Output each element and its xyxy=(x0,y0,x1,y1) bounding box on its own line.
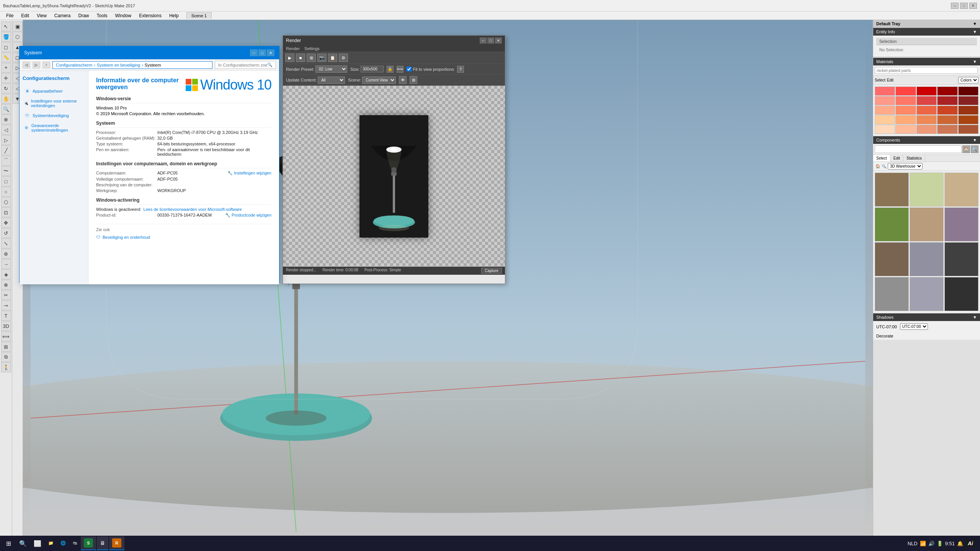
breadcrumb-sys-sec[interactable]: Systeem en beveiliging xyxy=(97,63,140,67)
tool-3dtext[interactable]: 3D xyxy=(1,321,11,331)
fit-to-view-checkbox[interactable] xyxy=(407,67,412,72)
change-settings-link[interactable]: 🔧 Instellingen wijzigen xyxy=(227,171,271,176)
start-button[interactable]: ⊞ xyxy=(2,536,15,550)
color-swatch-0[interactable] xyxy=(875,86,895,96)
color-swatch-21[interactable] xyxy=(895,125,916,134)
scene-select[interactable]: Current View xyxy=(362,77,396,84)
comp-item-9[interactable] xyxy=(875,277,909,311)
tool-freehand[interactable]: 〜 xyxy=(1,166,11,176)
comp-home-btn[interactable]: 🏠 xyxy=(962,145,970,153)
tool-intersect[interactable]: ⊗ xyxy=(1,280,11,290)
render-close[interactable]: ✕ xyxy=(495,37,502,44)
color-swatch-9[interactable] xyxy=(958,96,978,105)
dialog-close[interactable]: ✕ xyxy=(267,49,274,56)
tool-circle[interactable]: ○ xyxy=(1,187,11,197)
color-swatch-3[interactable] xyxy=(937,86,957,96)
product-code-link[interactable]: 🔧 Productcode wijzigen xyxy=(225,213,271,218)
components-title-bar[interactable]: Components ▼ xyxy=(873,136,980,144)
comp-tab-select[interactable]: Select xyxy=(873,155,890,161)
menu-edit[interactable]: Edit xyxy=(18,12,32,19)
tool-arc[interactable]: ⌒ xyxy=(1,156,11,166)
menu-window[interactable]: Window xyxy=(112,12,135,19)
taskbar-systeem[interactable]: 🖥 xyxy=(97,536,108,550)
shadows-title-bar[interactable]: Shadows ▼ xyxy=(873,313,980,321)
tool-zoom[interactable]: 🔍 xyxy=(1,104,11,114)
components-toggle[interactable]: ▼ xyxy=(973,138,977,142)
tool-eraser[interactable]: ◻ xyxy=(1,42,11,52)
tool-text[interactable]: T xyxy=(1,311,11,321)
render-menu-settings[interactable]: Settings xyxy=(304,46,320,51)
nav-forward[interactable]: ▷ xyxy=(33,62,40,68)
taskbar-render[interactable]: R xyxy=(109,536,124,550)
color-swatch-16[interactable] xyxy=(895,115,916,124)
comp-tab-edit[interactable]: Edit xyxy=(890,155,903,161)
render-view-btn[interactable]: 👁 xyxy=(399,76,407,84)
tool-rectangle[interactable]: □ xyxy=(1,176,11,186)
lock-ratio-btn[interactable]: 🔒 xyxy=(387,66,394,73)
tool-orbit[interactable]: ↻ xyxy=(1,83,11,93)
menu-camera[interactable]: Camera xyxy=(51,12,74,19)
materials-title-bar[interactable]: Materials ▼ xyxy=(873,58,980,65)
color-swatch-2[interactable] xyxy=(916,86,937,96)
scene-tab[interactable]: Scene 1 xyxy=(186,12,212,19)
nav-back[interactable]: ◁ xyxy=(23,62,30,68)
color-swatch-6[interactable] xyxy=(895,96,916,105)
sidebar-link-externe-verbindingen[interactable]: 🔌 Instellingen voor externe verbindingen xyxy=(23,96,85,110)
render-minimize[interactable]: ─ xyxy=(480,37,487,44)
comp-item-5[interactable] xyxy=(944,207,978,241)
render-camera-btn[interactable]: 📷 xyxy=(317,54,327,62)
swap-dims-btn[interactable]: ⟺ xyxy=(397,66,403,73)
sidebar-link-geavanceerd[interactable]: ⚙ Geavanceerde systeeminstellingen xyxy=(23,121,85,135)
color-swatch-14[interactable] xyxy=(958,106,978,115)
tool-rotate[interactable]: ↺ xyxy=(1,228,11,238)
comp-item-2[interactable] xyxy=(944,173,978,207)
menu-extensions[interactable]: Extensions xyxy=(136,12,165,19)
search-button[interactable]: 🔍 xyxy=(16,536,30,550)
task-view-button[interactable]: ⬜ xyxy=(31,536,44,550)
search-icon[interactable]: 🔍 xyxy=(267,62,273,67)
tool-trim[interactable]: ✂ xyxy=(1,290,11,300)
components-source-select[interactable]: 3D Warehouse In Model xyxy=(888,163,923,170)
nav-up[interactable]: ↑ xyxy=(42,62,50,68)
menu-help[interactable]: Help xyxy=(166,12,182,19)
color-swatch-20[interactable] xyxy=(875,125,895,134)
security-link[interactable]: 🛡 Beveiliging en onderhoud xyxy=(96,233,271,241)
systray-notifications[interactable]: 🔔 xyxy=(957,541,963,546)
tool-protractor[interactable]: ⌖ xyxy=(1,63,11,73)
render-play-btn[interactable]: ▶ xyxy=(285,54,294,62)
render-history-btn[interactable]: 📋 xyxy=(328,54,337,62)
minimize-button[interactable]: ─ xyxy=(951,3,959,9)
components-search-input[interactable] xyxy=(875,145,962,153)
tool-component[interactable]: ⧉ xyxy=(1,352,11,362)
tool-split[interactable]: ⊸ xyxy=(1,300,11,310)
tool-axes[interactable]: ✛ xyxy=(1,73,11,83)
menu-tools[interactable]: Tools xyxy=(94,12,111,19)
taskbar-store[interactable]: 🛍 xyxy=(70,536,80,550)
tool-select[interactable]: ↖ xyxy=(1,21,11,31)
size-input[interactable] xyxy=(361,66,384,72)
tool-move[interactable]: ✥ xyxy=(1,218,11,228)
tool-previous[interactable]: ◁ xyxy=(1,125,11,135)
tool-standard-views[interactable]: ▣ xyxy=(13,21,23,31)
color-swatch-1[interactable] xyxy=(895,86,916,96)
sidebar-link-apparaatbeheer[interactable]: 🖥 Apparaatbeheer xyxy=(23,86,85,96)
entity-info-header[interactable]: Entity Info ▼ xyxy=(873,28,980,36)
tool-scale[interactable]: ⤡ xyxy=(1,238,11,248)
color-swatch-8[interactable] xyxy=(937,96,957,105)
menu-view[interactable]: View xyxy=(34,12,50,19)
taskbar-sketchup[interactable]: S xyxy=(81,536,96,550)
render-stop-btn[interactable]: ■ xyxy=(296,54,305,62)
tool-line[interactable]: ╱ xyxy=(1,145,11,155)
color-swatch-10[interactable] xyxy=(875,106,895,115)
comp-item-6[interactable] xyxy=(875,242,909,276)
render-settings-btn[interactable]: ⚙ xyxy=(339,54,348,62)
capture-button[interactable]: Capture xyxy=(481,268,502,274)
help-btn[interactable]: ? xyxy=(457,66,464,73)
comp-item-11[interactable] xyxy=(944,277,978,311)
edit-label[interactable]: Edit xyxy=(887,78,893,82)
color-swatch-11[interactable] xyxy=(895,106,916,115)
tray-options-icon[interactable]: ▼ xyxy=(973,21,977,26)
comp-item-7[interactable] xyxy=(910,242,944,276)
color-swatch-15[interactable] xyxy=(875,115,895,124)
dialog-maximize[interactable]: □ xyxy=(258,49,266,56)
